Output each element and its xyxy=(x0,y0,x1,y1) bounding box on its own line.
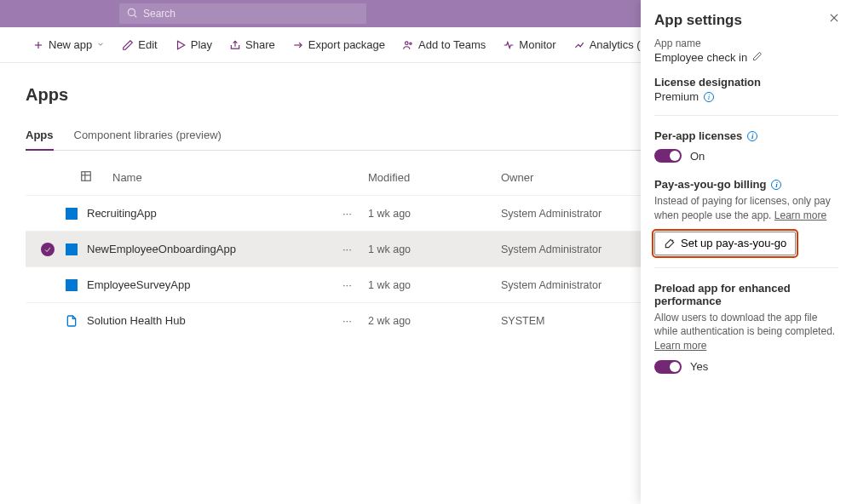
add-to-teams-button[interactable]: Add to Teams xyxy=(395,32,492,59)
app-type-icon xyxy=(65,243,78,256)
set-up-payg-button[interactable]: Set up pay-as-you-go xyxy=(654,232,796,255)
preload-heading: Preload app for enhanced performance xyxy=(654,282,838,307)
monitor-icon xyxy=(503,39,515,51)
share-button[interactable]: Share xyxy=(222,32,282,59)
close-icon[interactable] xyxy=(828,12,840,26)
column-owner[interactable]: Owner xyxy=(501,171,637,184)
divider xyxy=(654,115,838,116)
tab-component-libraries[interactable]: Component libraries (preview) xyxy=(74,122,222,150)
per-app-licenses-toggle[interactable] xyxy=(654,149,682,163)
monitor-button[interactable]: Monitor xyxy=(496,32,562,59)
chevron-down-icon xyxy=(96,38,105,51)
analytics-icon xyxy=(573,39,585,51)
export-icon xyxy=(292,39,304,51)
row-more-icon[interactable]: ··· xyxy=(343,207,368,220)
divider xyxy=(654,267,838,268)
edit-button[interactable]: Edit xyxy=(115,32,164,59)
row-more-icon[interactable]: ··· xyxy=(343,278,368,291)
preload-state: Yes xyxy=(690,360,708,373)
app-name-value: Employee check in xyxy=(654,51,747,64)
play-icon xyxy=(175,39,187,51)
learn-more-link[interactable]: Learn more xyxy=(774,209,826,221)
preload-toggle[interactable] xyxy=(654,360,682,374)
row-selected-icon[interactable] xyxy=(41,243,55,256)
new-app-button[interactable]: New app xyxy=(26,32,112,59)
preload-description: Allow users to download the app file whi… xyxy=(654,311,838,353)
play-button[interactable]: Play xyxy=(168,32,219,59)
share-icon xyxy=(229,39,241,51)
license-designation-value: Premium xyxy=(654,90,699,103)
per-app-licenses-heading: Per-app licenses i xyxy=(654,129,838,142)
license-designation-heading: License designation xyxy=(654,76,838,89)
per-app-licenses-state: On xyxy=(690,150,705,163)
export-package-button[interactable]: Export package xyxy=(285,32,392,59)
svg-line-1 xyxy=(134,14,136,17)
search-icon xyxy=(126,7,138,21)
payg-heading: Pay-as-you-go billing i xyxy=(654,178,838,191)
app-type-icon xyxy=(65,207,78,220)
column-modified[interactable]: Modified xyxy=(368,171,501,184)
search-input[interactable]: Search xyxy=(119,3,366,24)
svg-line-18 xyxy=(672,240,673,241)
plus-icon xyxy=(32,39,44,51)
row-more-icon[interactable]: ··· xyxy=(343,314,368,327)
app-type-icon xyxy=(65,278,78,292)
pencil-icon[interactable] xyxy=(752,51,763,64)
svg-marker-7 xyxy=(177,41,184,49)
info-icon[interactable]: i xyxy=(771,180,781,190)
svg-point-10 xyxy=(406,41,409,44)
row-more-icon[interactable]: ··· xyxy=(343,243,368,255)
info-icon[interactable]: i xyxy=(704,92,714,102)
view-options-icon[interactable] xyxy=(80,170,87,185)
svg-point-0 xyxy=(128,9,135,15)
teams-icon xyxy=(402,39,414,51)
tab-apps[interactable]: Apps xyxy=(26,122,54,150)
app-type-icon xyxy=(65,314,78,328)
wand-icon xyxy=(664,238,676,249)
search-placeholder: Search xyxy=(143,8,176,20)
learn-more-link[interactable]: Learn more xyxy=(654,340,706,352)
pencil-icon xyxy=(122,39,134,51)
payg-description: Instead of paying for licenses, only pay… xyxy=(654,194,838,223)
column-name[interactable]: Name xyxy=(87,171,343,184)
svg-point-11 xyxy=(410,43,412,44)
panel-title: App settings xyxy=(654,12,838,29)
app-name-label: App name xyxy=(654,37,838,49)
app-settings-panel: App settings App name Employee check in … xyxy=(641,0,852,504)
info-icon[interactable]: i xyxy=(747,131,757,141)
